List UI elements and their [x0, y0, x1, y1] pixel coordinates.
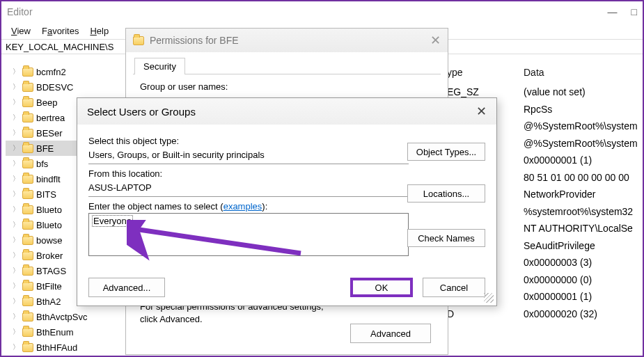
- close-icon[interactable]: ✕: [476, 104, 487, 119]
- folder-icon: [22, 282, 33, 291]
- chevron-right-icon[interactable]: 〉: [13, 113, 19, 122]
- tree-item[interactable]: 〉bcmfn2: [6, 64, 117, 79]
- type-cell: EG_SZ: [447, 86, 524, 97]
- tree-item[interactable]: 〉BthAvctpSvc: [6, 309, 117, 324]
- type-cell: D: [447, 308, 524, 319]
- data-cell: 0x00000001 (1): [524, 291, 638, 302]
- tree-label: bcmfn2: [36, 67, 66, 77]
- tree-label: bowse: [36, 235, 63, 246]
- close-icon[interactable]: ✕: [430, 33, 441, 48]
- folder-icon: [22, 113, 33, 122]
- object-names-input[interactable]: Everyone: [88, 213, 409, 256]
- column-data[interactable]: Data: [524, 67, 638, 78]
- chevron-right-icon[interactable]: 〉: [13, 189, 19, 199]
- tree-label: BthHFAud: [36, 342, 77, 353]
- tree-label: Blueto: [36, 205, 62, 215]
- advanced-button[interactable]: Advanced...: [88, 278, 165, 297]
- folder-icon: [22, 251, 33, 260]
- data-cell: 0x00000020 (32): [524, 308, 638, 319]
- object-names-value: Everyone: [92, 215, 133, 227]
- folder-icon: [22, 190, 33, 199]
- window-title: Editor: [7, 6, 33, 17]
- folder-icon: [22, 297, 33, 306]
- select-users-title: Select Users or Groups: [87, 106, 196, 118]
- location-value: ASUS-LAPTOP: [88, 180, 409, 197]
- chevron-right-icon[interactable]: 〉: [13, 281, 19, 291]
- data-cell: %systemroot%\system32: [524, 206, 638, 217]
- tree-item[interactable]: 〉BthHFAud: [6, 340, 117, 355]
- data-cell: @%SystemRoot%\system: [524, 138, 638, 149]
- table-row[interactable]: D0x00000020 (32): [447, 306, 638, 323]
- data-cell: 0x00000003 (3): [524, 257, 638, 268]
- resize-grip-icon[interactable]: [484, 293, 494, 303]
- folder-icon: [22, 343, 33, 352]
- maximize-icon[interactable]: □: [631, 6, 637, 17]
- chevron-right-icon[interactable]: 〉: [13, 174, 19, 184]
- chevron-right-icon[interactable]: 〉: [13, 128, 19, 138]
- tree-label: Beep: [36, 97, 57, 108]
- chevron-right-icon[interactable]: 〉: [13, 205, 19, 214]
- data-cell: 80 51 01 00 00 00 00 00: [524, 172, 638, 183]
- ok-button[interactable]: OK: [350, 278, 413, 297]
- chevron-right-icon[interactable]: 〉: [13, 67, 19, 77]
- chevron-right-icon[interactable]: 〉: [13, 220, 19, 230]
- location-label: From this location:: [88, 168, 485, 179]
- chevron-right-icon[interactable]: 〉: [13, 296, 19, 306]
- folder-icon: [22, 129, 33, 138]
- folder-icon: [22, 312, 33, 322]
- folder-icon: [22, 68, 33, 77]
- menu-favorites[interactable]: Favorites: [42, 26, 79, 36]
- tree-label: bfs: [36, 159, 48, 169]
- chevron-right-icon[interactable]: 〉: [13, 159, 19, 168]
- data-cell: NetworkProvider: [524, 189, 638, 200]
- tree-label: Broker: [36, 251, 63, 261]
- locations-button[interactable]: Locations...: [407, 184, 485, 203]
- chevron-right-icon[interactable]: 〉: [13, 235, 19, 245]
- tree-label: bertrea: [36, 113, 65, 123]
- chevron-right-icon[interactable]: 〉: [13, 143, 19, 153]
- chevron-right-icon[interactable]: 〉: [13, 251, 19, 260]
- tree-item[interactable]: 〉BDESVC: [6, 79, 117, 95]
- tree-label: BTAGS: [36, 266, 66, 276]
- check-names-button[interactable]: Check Names: [407, 229, 485, 247]
- data-cell: 0x00000001 (1): [524, 154, 638, 166]
- chevron-right-icon[interactable]: 〉: [13, 82, 19, 92]
- chevron-right-icon[interactable]: 〉: [13, 327, 19, 337]
- menu-view[interactable]: View: [11, 26, 31, 36]
- advanced-button[interactable]: Advanced: [350, 324, 431, 343]
- column-type[interactable]: ype: [447, 67, 524, 78]
- address-text: KEY_LOCAL_MACHINE\S: [6, 42, 113, 52]
- cancel-button[interactable]: Cancel: [423, 278, 485, 297]
- minimize-icon[interactable]: —: [608, 6, 618, 17]
- tree-label: BFE: [36, 143, 54, 154]
- folder-icon: [22, 159, 33, 168]
- tree-label: BITS: [36, 189, 56, 200]
- folder-icon: [22, 83, 33, 92]
- chevron-right-icon[interactable]: 〉: [13, 97, 19, 107]
- tab-security[interactable]: Security: [134, 58, 185, 74]
- tree-label: BDESVC: [36, 82, 73, 93]
- chevron-right-icon[interactable]: 〉: [13, 266, 19, 276]
- select-users-dialog: Select Users or Groups ✕ Select this obj…: [77, 97, 497, 306]
- object-types-button[interactable]: Object Types...: [407, 143, 485, 161]
- folder-icon: [22, 328, 33, 337]
- tree-label: BtFilte: [36, 281, 62, 292]
- tree-label: Blueto: [36, 220, 62, 230]
- tree-label: BthA2: [36, 296, 61, 307]
- permissions-title: Permissions for BFE: [150, 35, 239, 46]
- chevron-right-icon[interactable]: 〉: [13, 312, 19, 322]
- enter-names-label: Enter the object names to select (exampl…: [88, 201, 485, 212]
- examples-link[interactable]: examples: [223, 201, 262, 212]
- special-text-2: click Advanced.: [140, 314, 203, 324]
- tree-label: bindflt: [36, 174, 61, 184]
- folder-icon: [22, 267, 33, 276]
- data-cell: RpcSs: [524, 104, 638, 115]
- data-cell: 0x00000000 (0): [524, 274, 638, 285]
- chevron-right-icon[interactable]: 〉: [13, 342, 19, 352]
- folder-icon: [133, 36, 144, 45]
- folder-icon: [22, 221, 33, 230]
- menu-help[interactable]: Help: [90, 26, 109, 36]
- tree-label: BthAvctpSvc: [36, 312, 87, 322]
- tree-item[interactable]: 〉BthEnum: [6, 324, 117, 340]
- folder-icon: [22, 175, 33, 184]
